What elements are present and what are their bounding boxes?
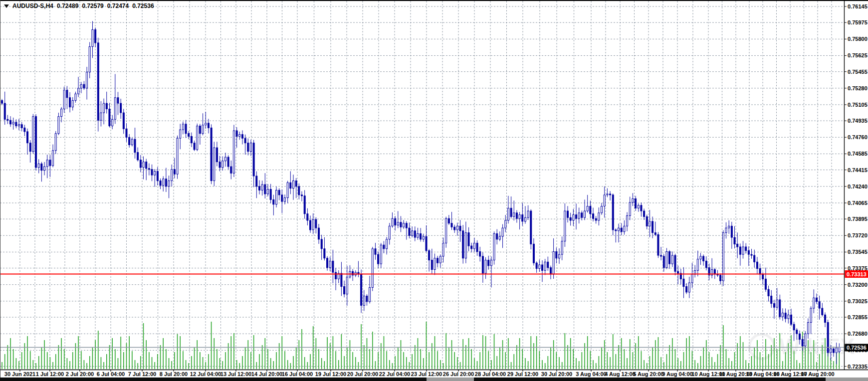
candle <box>561 236 563 260</box>
candle <box>527 205 529 220</box>
price-tick-label: 0.76145 <box>848 3 868 9</box>
candle <box>307 208 308 225</box>
candle <box>46 155 48 178</box>
candle <box>468 227 469 251</box>
candle <box>97 38 99 132</box>
price-tick-label: 0.72335 <box>848 364 868 370</box>
candle <box>839 343 840 353</box>
candle <box>799 331 800 345</box>
candle <box>227 155 229 169</box>
candle <box>644 208 645 220</box>
candle <box>703 254 704 265</box>
candle <box>35 114 37 171</box>
candle <box>403 220 405 229</box>
chart-plot-area[interactable]: 0.761450.759750.758000.756250.754550.752… <box>0 0 868 381</box>
candle <box>211 124 212 184</box>
ohlc-high: 0.72579 <box>82 2 103 9</box>
candle <box>165 168 167 192</box>
candle <box>822 303 823 317</box>
candle <box>80 82 82 93</box>
candle <box>148 164 150 176</box>
candle <box>417 228 419 240</box>
candle <box>547 257 549 271</box>
time-tick-label: 28 Jul 04:00 <box>475 371 506 377</box>
window-bottom-edge <box>0 378 868 381</box>
candle <box>12 118 14 130</box>
candle <box>544 259 546 275</box>
candle <box>278 188 280 200</box>
candle <box>426 225 427 252</box>
candle <box>700 253 701 265</box>
candle <box>493 231 495 264</box>
candle <box>366 294 368 306</box>
candle <box>439 254 441 268</box>
price-tick-label: 0.74240 <box>848 184 868 190</box>
candle <box>731 222 732 249</box>
candle <box>827 320 829 357</box>
candle <box>335 268 337 290</box>
candle <box>168 176 170 198</box>
candle <box>199 124 201 145</box>
candle <box>564 203 566 247</box>
candle <box>471 243 472 252</box>
candle <box>52 145 54 168</box>
red-line-price-tag-text: 0.73313 <box>847 271 867 277</box>
time-tick-label: 23 Jul 12:00 <box>411 371 442 377</box>
candle <box>627 212 628 231</box>
window-left-border <box>0 0 0 378</box>
candle <box>258 180 260 194</box>
candle <box>143 157 144 180</box>
candle <box>536 261 537 273</box>
candle <box>114 74 116 124</box>
candle <box>352 269 354 281</box>
time-tick-label: 16 Jul 04:00 <box>282 371 313 377</box>
candle <box>768 286 769 302</box>
candle <box>807 318 809 339</box>
candle <box>247 139 249 156</box>
candle <box>58 113 59 135</box>
candle <box>281 190 283 213</box>
candle <box>708 264 710 281</box>
current-price-tag-text: 0.72536 <box>847 345 867 351</box>
candle <box>146 159 147 181</box>
candle <box>372 247 373 291</box>
candle <box>261 181 263 195</box>
candle <box>479 247 481 262</box>
red-line-price-tag[interactable]: 0.73313 <box>845 270 868 278</box>
candle <box>612 193 614 235</box>
candle <box>44 162 45 176</box>
price-axis[interactable]: 0.761450.759750.758000.756250.754550.752… <box>844 3 868 370</box>
candle <box>275 187 277 207</box>
candle <box>728 220 730 234</box>
candle <box>771 290 772 308</box>
current-price-tag: 0.72536 <box>845 344 868 352</box>
candle <box>69 92 71 112</box>
ohlc-open: 0.72489 <box>57 2 78 9</box>
candle <box>660 247 662 260</box>
candle <box>41 162 42 182</box>
candle <box>754 250 755 268</box>
candle <box>513 200 515 220</box>
candle <box>224 153 226 167</box>
candle <box>697 251 698 277</box>
price-tick-label: 0.75625 <box>848 52 868 58</box>
time-axis[interactable]: 30 Jun 20211 Jul 12:002 Jul 20:006 Jul 0… <box>4 370 835 377</box>
candle <box>462 225 464 263</box>
candle <box>788 310 789 324</box>
price-tick-label: 0.75800 <box>848 36 868 42</box>
candle <box>383 241 385 253</box>
candle <box>332 250 334 283</box>
candle <box>301 191 303 201</box>
price-tick-label: 0.74585 <box>848 151 868 157</box>
candle <box>683 267 684 298</box>
price-tick-label: 0.73545 <box>848 249 868 255</box>
candle <box>810 306 812 334</box>
candle <box>4 92 5 125</box>
candle <box>629 196 631 220</box>
candle <box>293 175 294 200</box>
volume-bars-layer <box>2 322 839 369</box>
time-tick-label: 4 Aug 12:00 <box>605 371 635 377</box>
candle <box>576 203 577 229</box>
candle <box>389 223 390 245</box>
candle <box>188 131 190 139</box>
